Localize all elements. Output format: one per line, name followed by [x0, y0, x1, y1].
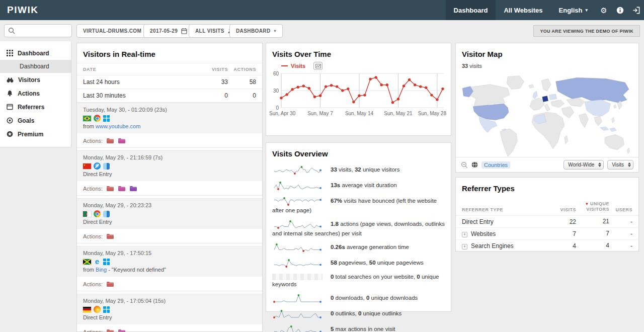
visitor-log-entry: Tuesday, May 30, - 01:20:09 (23s)from ww…: [77, 103, 262, 148]
referrer-table-header: REFERRER TYPE VISITS ▼UNIQUE VISITORS US…: [456, 197, 638, 216]
referrer-type-label: +Search Engines: [462, 242, 551, 250]
sidebar-item-goals[interactable]: Goals: [0, 114, 71, 127]
referrer-table-row[interactable]: Direct Entry2221-: [456, 216, 638, 228]
widget-visitor-map: Visitor Map 33 visits: [455, 43, 639, 173]
visits-line-chart: 03060Sun, Apr 30Sun, May 7Sun, May 14Sun…: [266, 70, 451, 121]
actions-label: Actions:: [83, 233, 103, 239]
sidebar-subitem-dashboard[interactable]: Dashboard: [0, 60, 71, 73]
nav-language-selector[interactable]: English▾: [551, 0, 596, 20]
overview-stat-text: 13s average visit duration: [331, 182, 397, 188]
overview-stat-text: 5 max actions in one visit: [331, 326, 395, 332]
page-folder-icon[interactable]: [106, 328, 114, 332]
expand-plus-icon[interactable]: +: [462, 232, 467, 237]
visitor-log-entry: Monday, May 29, - 20:23:23Direct EntryAc…: [77, 198, 262, 243]
referrer-type-label: Direct Entry: [462, 218, 551, 225]
countries-link[interactable]: Countries: [481, 161, 510, 169]
page-folder-icon[interactable]: [118, 137, 126, 144]
overview-stat-row: 0 downloads, 0 unique downloads: [272, 291, 445, 306]
expand-plus-icon[interactable]: +: [462, 244, 467, 250]
visit-timestamp: Monday, May 29, - 17:50:15: [83, 250, 256, 256]
search-box[interactable]: [4, 24, 72, 37]
referrer-table-row[interactable]: +Search Engines44-: [456, 240, 638, 252]
overview-stat-text: 58 pageviews, 50 unique pageviews: [331, 260, 424, 266]
sidebar-item-dashboard[interactable]: Dashboard: [0, 46, 71, 60]
export-image-icon[interactable]: [313, 62, 323, 70]
bell-icon: [7, 90, 13, 97]
visit-icons: [83, 210, 256, 217]
overview-stat-row: 67% visits have bounced (left the websit…: [272, 194, 445, 217]
column-unique-visitors[interactable]: ▼UNIQUE VISITORS: [576, 201, 609, 212]
visitor-info: Monday, May 29, - 21:16:59 (7s)Direct En…: [77, 150, 262, 181]
binoculars-icon: [7, 76, 14, 83]
realtime-table-header: DATE VISITS ACTIONS: [77, 63, 262, 75]
sidebar-item-visitors[interactable]: Visitors: [0, 73, 71, 87]
page-folder-icon[interactable]: [118, 328, 126, 332]
page-folder-icon[interactable]: [106, 281, 114, 287]
map-metric-select[interactable]: Visits: [607, 160, 633, 170]
widget-visitors-realtime: Visitors in Real-time DATE VISITS ACTION…: [76, 43, 263, 332]
column-visits[interactable]: VISITS: [551, 207, 576, 212]
column-users[interactable]: USERS: [609, 207, 632, 212]
site-selector-button[interactable]: VIRTUAL-DRUMS.COM▾: [76, 24, 154, 38]
edge-browser-icon: e: [94, 258, 101, 265]
visit-actions-row: Actions:: [77, 229, 262, 243]
chrome-browser-icon: [94, 115, 101, 122]
overview-stat-row: 5 max actions in one visit: [272, 322, 445, 332]
visitor-info: Monday, May 29, - 17:05:04 (15s)Direct E…: [77, 294, 262, 324]
info-icon[interactable]: [612, 0, 628, 20]
svg-text:Sun, May 21: Sun, May 21: [384, 111, 413, 116]
date-selector-button[interactable]: 2017-05-29: [143, 24, 194, 38]
referrer-table-row[interactable]: +Websites77-: [456, 228, 638, 240]
sign-in-icon[interactable]: [628, 0, 644, 20]
visitor-info: Monday, May 29, - 17:50:15efrom Bing - "…: [77, 246, 262, 277]
referrer-unique-visitors-value: 4: [576, 243, 609, 248]
widget-visits-overview: Visits Overview 33 visits, 32 unique vis…: [266, 142, 451, 312]
zoom-out-icon[interactable]: [461, 161, 468, 169]
visit-icons: e: [83, 258, 256, 265]
search-input[interactable]: [17, 25, 69, 36]
sparkline-chart: [272, 258, 323, 269]
page-folder-icon[interactable]: [106, 233, 114, 239]
demo-notice-banner[interactable]: YOU ARE VIEWING THE DEMO OF PIWIK: [533, 25, 640, 37]
dashboard-selector-button[interactable]: DASHBOARD▾: [229, 24, 283, 38]
nav-all-websites[interactable]: All Websites: [496, 0, 550, 20]
page-folder-icon[interactable]: [129, 185, 137, 192]
mac-os-icon: [103, 163, 110, 170]
visit-actions-row: Actions:: [77, 181, 262, 196]
referrer-type-label: +Websites: [462, 230, 551, 237]
sparkline-chart: [272, 180, 323, 191]
globe-icon[interactable]: [471, 161, 478, 168]
settings-gear-icon[interactable]: ⚙: [596, 0, 612, 20]
world-map[interactable]: [461, 72, 633, 158]
widget-title: Visitors in Real-time: [77, 43, 262, 63]
sparkline-chart: [272, 308, 323, 319]
referrer-users-value: -: [609, 242, 632, 250]
overview-stat-row: 0.26s average generation time: [272, 240, 445, 256]
sidebar-item-actions[interactable]: Actions: [0, 87, 71, 100]
sidebar-item-premium[interactable]: Premium: [0, 127, 71, 141]
legend-line-swatch: [281, 65, 288, 66]
page-folder-icon[interactable]: [106, 185, 114, 192]
overview-stat-text: 0 outlinks, 0 unique outlinks: [331, 310, 401, 316]
column-referrer-type[interactable]: REFERRER TYPE: [462, 207, 551, 212]
page-folder-icon[interactable]: [118, 185, 126, 192]
sidebar-item-referrers[interactable]: Referrers: [0, 100, 71, 114]
referrer-link[interactable]: www.youtube.com: [96, 123, 140, 129]
nav-dashboard[interactable]: Dashboard: [446, 0, 496, 20]
visit-actions-row: Actions:: [77, 133, 262, 148]
referrer-users-value: -: [609, 230, 632, 237]
firefox-browser-icon: [94, 306, 101, 313]
windows-os-icon: [103, 306, 110, 313]
widget-title: Referrer Types: [456, 178, 638, 197]
referrer-link[interactable]: Bing: [96, 267, 107, 273]
safari-browser-icon: [94, 162, 101, 170]
premium-badge-icon: [7, 131, 13, 137]
page-folder-icon[interactable]: [106, 137, 114, 144]
widget-title: Visits Overview: [266, 143, 451, 162]
grid-icon: [7, 50, 13, 56]
chevron-down-icon: ▾: [585, 8, 588, 13]
piwik-logo[interactable]: PIWIK: [0, 5, 38, 16]
map-region-select[interactable]: World-Wide: [564, 160, 604, 170]
sparkline-chart: [272, 324, 323, 332]
overview-stat-row: 0 outlinks, 0 unique outlinks: [272, 306, 445, 322]
